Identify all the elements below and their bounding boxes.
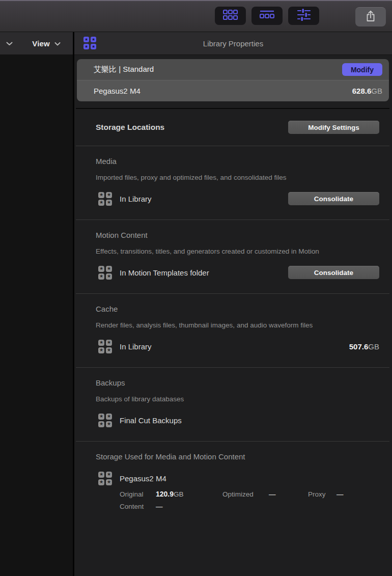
share-button[interactable] <box>355 7 386 26</box>
optimized-label: Optimized <box>222 490 269 498</box>
original-value: 120.9GB <box>156 490 222 498</box>
storage-used-section: Storage Used for Media and Motion Conten… <box>74 442 392 524</box>
backups-location-label: Final Cut Backups <box>120 416 182 425</box>
section-description: Imported files, proxy and optimized file… <box>96 173 379 182</box>
content-value: — <box>156 503 162 510</box>
library-icon <box>98 266 112 280</box>
view-menu[interactable]: View <box>32 39 61 48</box>
grid-view-button[interactable] <box>215 7 246 25</box>
sidebar-header: View <box>0 32 73 55</box>
section-title: Backups <box>96 378 379 388</box>
library-name-row[interactable]: 艾樂比 | Standard Modify <box>77 59 389 80</box>
storage-locations-title: Storage Locations <box>96 123 164 132</box>
adjust-sliders-icon <box>297 9 311 23</box>
sidebar-empty-area <box>0 55 73 576</box>
section-description: Effects, transitions, titles, and genera… <box>96 247 379 256</box>
library-icon <box>98 340 112 353</box>
section-title: Cache <box>96 305 379 314</box>
media-location-row: In Library Consolidate <box>96 191 379 206</box>
library-selection-block: 艾樂比 | Standard Modify Pegasus2 M4 628.6G… <box>77 59 389 101</box>
view-switcher-group <box>215 7 319 25</box>
inspector-adjust-button[interactable] <box>288 7 319 25</box>
view-menu-label: View <box>32 39 50 48</box>
library-icon <box>98 414 112 427</box>
library-icon <box>98 472 112 485</box>
section-title: Motion Content <box>96 231 379 240</box>
cache-section: Cache Render files, analysis files, thum… <box>74 294 392 367</box>
consolidate-media-button[interactable]: Consolidate <box>288 192 379 205</box>
share-icon <box>366 10 376 24</box>
stats-line-2: Content — <box>120 503 379 510</box>
optimized-value: — <box>269 490 308 498</box>
original-label: Original <box>120 490 156 498</box>
modify-settings-button[interactable]: Modify Settings <box>288 121 379 134</box>
library-drive-row[interactable]: Pegasus2 M4 628.6GB <box>77 80 389 101</box>
storage-used-device-row: Pegasus2 M4 <box>96 471 379 485</box>
top-toolbar <box>0 0 392 32</box>
panel-header: Library Properties <box>74 32 392 55</box>
chevron-down-icon <box>54 39 61 48</box>
library-icon <box>83 37 96 49</box>
storage-locations-row: Storage Locations Modify Settings <box>96 109 379 146</box>
library-icon <box>98 192 112 206</box>
motion-location-label: In Motion Templates folder <box>120 268 209 277</box>
collapse-chevron-icon[interactable] <box>6 39 13 48</box>
content-label: Content <box>120 503 156 510</box>
motion-location-row: In Motion Templates folder Consolidate <box>96 265 379 280</box>
modify-button[interactable]: Modify <box>342 63 382 76</box>
section-description: Render files, analysis files, thumbnail … <box>96 321 379 330</box>
section-title: Storage Used for Media and Motion Conten… <box>96 452 379 461</box>
drive-free-space: 628.6GB <box>352 87 382 95</box>
cache-location-label: In Library <box>120 342 152 351</box>
filmstrip-view-button[interactable] <box>251 7 283 25</box>
section-description: Backups of library databases <box>96 395 379 403</box>
cache-location-row: In Library 507.6GB <box>96 339 379 353</box>
proxy-label: Proxy <box>308 490 337 498</box>
consolidate-motion-button[interactable]: Consolidate <box>288 266 379 279</box>
drive-name: Pegasus2 M4 <box>94 87 141 95</box>
stats-line-1: Original 120.9GB Optimized — Proxy — <box>120 490 379 498</box>
library-properties-panel: Library Properties 艾樂比 | Standard Modify… <box>74 32 392 576</box>
filmstrip-view-icon <box>260 10 274 21</box>
proxy-value: — <box>337 490 343 498</box>
storage-used-device: Pegasus2 M4 <box>120 474 166 483</box>
motion-content-section: Motion Content Effects, transitions, tit… <box>74 220 392 293</box>
sidebar: View <box>0 32 74 576</box>
backups-location-row: Final Cut Backups <box>96 413 379 427</box>
storage-used-stats: Original 120.9GB Optimized — Proxy — Con… <box>120 490 379 510</box>
panel-title: Library Properties <box>74 39 392 48</box>
section-title: Media <box>96 157 379 166</box>
backups-section: Backups Backups of library databases Fin… <box>74 368 392 441</box>
media-location-label: In Library <box>120 195 152 203</box>
media-section: Media Imported files, proxy and optimize… <box>74 146 392 220</box>
grid-view-icon <box>223 10 238 22</box>
cache-size: 507.6GB <box>349 342 379 351</box>
library-name: 艾樂比 | Standard <box>94 65 154 74</box>
final-cut-pro-window: View Library Properties <box>0 0 392 576</box>
panel-content: 艾樂比 | Standard Modify Pegasus2 M4 628.6G… <box>74 55 392 576</box>
